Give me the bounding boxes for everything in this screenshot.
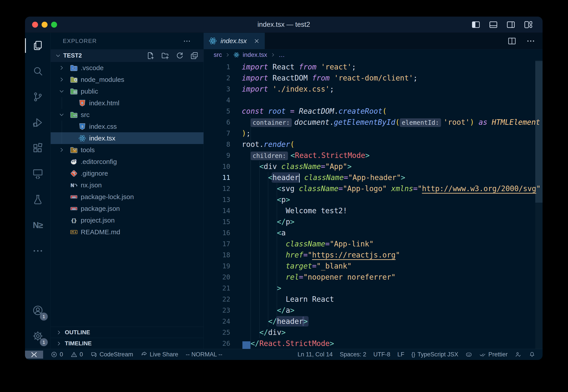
status-indentation[interactable]: Spaces: 2	[340, 351, 366, 358]
status-notifications[interactable]	[529, 351, 536, 358]
code-line[interactable]: 17 className="App-link"	[204, 238, 542, 250]
code-line[interactable]: 8root.render(	[204, 139, 542, 150]
status-vim-mode[interactable]: -- NORMAL --	[186, 351, 222, 358]
code-line[interactable]: 19 target="_blank"	[204, 261, 542, 272]
status-warnings[interactable]: 0	[70, 351, 83, 358]
code-line[interactable]: 2import ReactDOM from 'react-dom/client'…	[204, 72, 542, 84]
code-line[interactable]: 1import React from 'react';	[204, 61, 542, 72]
status-formatter[interactable]: Prettier	[479, 351, 508, 358]
breadcrumb-item[interactable]: src	[214, 51, 222, 58]
remote-indicator[interactable]	[25, 351, 43, 359]
chevron-right-icon[interactable]	[59, 65, 65, 71]
activity-item-explorer[interactable]	[25, 33, 50, 58]
code-lines: 1import React from 'react';2import React…	[204, 60, 542, 349]
breadcrumb-item[interactable]: …	[279, 51, 285, 58]
sidebar-item-node_modules[interactable]: JSnode_modules	[51, 74, 204, 85]
panel-timeline[interactable]: TIMELINE	[51, 338, 204, 349]
toggle-primary-sidebar-icon[interactable]	[471, 20, 481, 30]
activity-item-run-and-debug[interactable]	[25, 110, 50, 135]
tab-index-tsx[interactable]: index.tsx	[204, 33, 265, 49]
activity-item-search[interactable]	[25, 58, 50, 84]
sidebar-item-project.json[interactable]: {}project.json	[51, 214, 204, 226]
sidebar-item-README.md[interactable]: README.md	[51, 226, 204, 238]
collapse-folders-icon[interactable]	[190, 51, 199, 60]
close-tab-icon[interactable]	[253, 38, 260, 44]
sidebar-item-index.css[interactable]: 3index.css	[51, 121, 204, 132]
code-line[interactable]: 22 Learn React	[204, 294, 542, 305]
status-errors[interactable]: 0	[51, 351, 63, 358]
code-line[interactable]: 16 <a	[204, 227, 542, 238]
code-line[interactable]: 26 </React.StrictMode>	[204, 338, 542, 349]
file-label: index.css	[89, 123, 117, 130]
chevron-down-icon[interactable]	[59, 88, 65, 94]
sidebar-item-index.html[interactable]: 5index.html	[51, 97, 204, 109]
status-live-share[interactable]: Live Share	[141, 351, 178, 358]
code-line[interactable]: 10 <div className="App">	[204, 161, 542, 172]
activity-item-more-views[interactable]	[25, 238, 50, 264]
new-folder-icon[interactable]	[161, 51, 169, 60]
new-file-icon[interactable]	[146, 51, 155, 60]
sidebar-item-.vscode[interactable]: .vscode	[51, 62, 204, 74]
code-line[interactable]: 21 >	[204, 283, 542, 294]
status-cursor-position[interactable]: Ln 11, Col 14	[297, 351, 333, 358]
scrollbar-thumb[interactable]	[535, 61, 542, 203]
line-content: <p>	[235, 194, 290, 205]
sidebar-item-public[interactable]: public	[51, 85, 204, 97]
activity-item-nx-console[interactable]: N≥	[25, 212, 50, 238]
activity-item-source-control[interactable]	[25, 84, 50, 110]
code-line[interactable]: 4	[204, 95, 542, 106]
sidebar-item-package.json[interactable]: npmpackage.json	[51, 203, 204, 214]
customize-layout-icon[interactable]	[523, 20, 533, 30]
chevron-right-icon[interactable]	[59, 77, 65, 83]
sidebar-item-tools[interactable]: tools	[51, 144, 204, 156]
code-line[interactable]: 15 </p>	[204, 216, 542, 227]
status-feedback[interactable]	[515, 351, 522, 358]
split-editor-icon[interactable]	[507, 36, 517, 46]
title-bar[interactable]: index.tsx — test2	[25, 17, 542, 33]
code-line[interactable]: 23 </a>	[204, 305, 542, 316]
status-text: Ln 11, Col 14	[297, 351, 333, 358]
status-codestream[interactable]: CodeStream	[90, 351, 133, 358]
code-line[interactable]: 24 </header>	[204, 316, 542, 327]
sidebar-item-.gitignore[interactable]: .gitignore	[51, 168, 204, 179]
editor-scrollbar[interactable]	[535, 60, 542, 349]
toggle-secondary-sidebar-icon[interactable]	[506, 20, 516, 30]
chevron-right-icon[interactable]	[59, 147, 65, 153]
refresh-explorer-icon[interactable]	[175, 51, 184, 60]
code-line[interactable]: 11 <header className="App-header">	[204, 172, 542, 183]
panel-outline[interactable]: OUTLINE	[51, 327, 204, 338]
chevron-down-icon[interactable]	[59, 112, 65, 118]
sidebar-item-.editorconfig[interactable]: .editorconfig	[51, 156, 204, 168]
activity-item-testing[interactable]	[25, 187, 50, 212]
sidebar-item-index.tsx[interactable]: index.tsx	[51, 132, 204, 144]
code-line[interactable]: 6 container:document.getElementById(elem…	[204, 117, 542, 128]
more-editor-actions-icon[interactable]	[526, 36, 536, 46]
status-encoding[interactable]: UTF-8	[373, 351, 390, 358]
views-and-more-actions-button[interactable]	[183, 37, 191, 45]
sidebar-item-package-lock.json[interactable]: npmpackage-lock.json	[51, 191, 204, 203]
code-line[interactable]: 5const root = ReactDOM.createRoot(	[204, 106, 542, 117]
code-line[interactable]: 20 rel="noopener noreferrer"	[204, 272, 542, 283]
code-line[interactable]: 14 Welcome test2!	[204, 205, 542, 216]
sidebar-item-src[interactable]: </>src	[51, 109, 204, 121]
activity-item-accounts[interactable]: 1	[25, 297, 50, 323]
code-line[interactable]: 18 href="https://reactjs.org"	[204, 250, 542, 261]
status-language-mode[interactable]: {}TypeScript JSX	[411, 351, 458, 358]
code-line[interactable]: 9 children:<React.StrictMode>	[204, 150, 542, 161]
sidebar-item-nx.json[interactable]: Nnx.json	[51, 179, 204, 191]
code-line[interactable]: 7);	[204, 128, 542, 139]
code-line[interactable]: 3import './index.css';	[204, 84, 542, 95]
code-line[interactable]: 13 <p>	[204, 194, 542, 205]
code-editor[interactable]: 1import React from 'react';2import React…	[204, 60, 542, 349]
code-line[interactable]: 25 </div>	[204, 327, 542, 338]
activity-item-extensions[interactable]	[25, 135, 50, 161]
toggle-panel-icon[interactable]	[488, 20, 498, 30]
activity-item-settings[interactable]: 1	[25, 323, 50, 349]
status-eol[interactable]: LF	[398, 351, 404, 358]
code-line[interactable]: 12 <svg className="App-logo" xmlns="http…	[204, 183, 542, 194]
status-copilot[interactable]	[465, 351, 472, 358]
code-token	[242, 206, 286, 215]
activity-item-remote-explorer[interactable]	[25, 161, 50, 187]
project-section-header[interactable]: TEST2	[51, 49, 204, 62]
breadcrumb-item[interactable]: index.tsx	[243, 51, 267, 58]
